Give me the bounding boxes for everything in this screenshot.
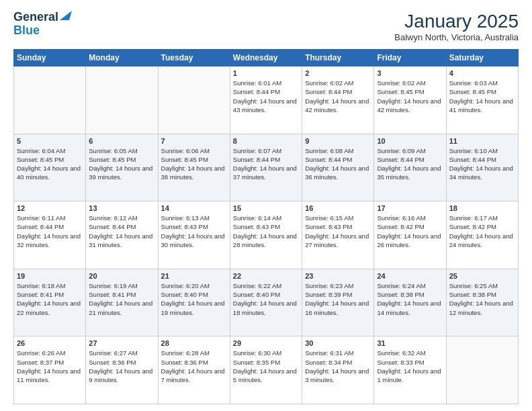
day-info: Sunrise: 6:18 AMSunset: 8:41 PMDaylight:… [17,281,83,317]
sunset-time: Sunset: 8:35 PM [233,358,299,367]
daylight-hours: Daylight: 14 hours and 3 minutes. [305,367,371,385]
page: General Blue January 2025 Balwyn North, … [0,0,532,411]
sunrise-time: Sunrise: 6:15 AM [305,214,371,222]
sunset-time: Sunset: 8:42 PM [449,222,515,231]
day-info: Sunrise: 6:23 AMSunset: 8:39 PMDaylight:… [305,281,371,317]
day-info: Sunrise: 6:24 AMSunset: 8:38 PMDaylight:… [377,281,443,317]
day-number: 15 [233,204,299,212]
table-row: 20Sunrise: 6:19 AMSunset: 8:41 PMDayligh… [86,269,158,336]
table-row [14,66,86,134]
sunrise-time: Sunrise: 6:19 AM [89,281,154,290]
daylight-hours: Daylight: 14 hours and 32 minutes. [17,232,83,250]
svg-marker-0 [60,11,72,20]
day-number: 3 [377,69,443,77]
day-number: 14 [161,204,227,212]
daylight-hours: Daylight: 14 hours and 34 minutes. [449,164,515,182]
table-row: 4Sunrise: 6:03 AMSunset: 8:45 PMDaylight… [446,66,518,134]
logo-blue: Blue [13,24,40,38]
daylight-hours: Daylight: 14 hours and 31 minutes. [89,232,154,250]
sunset-time: Sunset: 8:44 PM [89,222,154,231]
day-info: Sunrise: 6:20 AMSunset: 8:40 PMDaylight:… [161,281,227,317]
day-number: 20 [89,272,154,280]
sunrise-time: Sunrise: 6:01 AM [233,79,299,87]
sunrise-time: Sunrise: 6:11 AM [17,214,83,222]
sunrise-time: Sunrise: 6:03 AM [449,79,515,87]
table-row: 16Sunrise: 6:15 AMSunset: 8:43 PMDayligh… [302,201,374,269]
day-info: Sunrise: 6:11 AMSunset: 8:44 PMDaylight:… [17,214,83,249]
table-row: 8Sunrise: 6:07 AMSunset: 8:44 PMDaylight… [230,134,302,201]
daylight-hours: Daylight: 14 hours and 9 minutes. [89,367,154,385]
sunrise-time: Sunrise: 6:26 AM [17,349,83,357]
day-number: 13 [89,204,154,212]
daylight-hours: Daylight: 14 hours and 22 minutes. [17,299,83,317]
table-row: 31Sunrise: 6:32 AMSunset: 8:33 PMDayligh… [374,336,446,404]
day-number: 2 [305,69,371,77]
sunrise-time: Sunrise: 6:31 AM [305,349,371,357]
main-title: January 2025 [394,11,519,32]
sunset-time: Sunset: 8:44 PM [377,155,443,164]
day-number: 10 [377,137,443,145]
day-number: 28 [161,339,227,347]
daylight-hours: Daylight: 14 hours and 39 minutes. [89,164,154,182]
sunset-time: Sunset: 8:41 PM [89,290,154,299]
sunset-time: Sunset: 8:39 PM [305,290,371,299]
day-info: Sunrise: 6:32 AMSunset: 8:33 PMDaylight:… [377,349,443,384]
day-info: Sunrise: 6:15 AMSunset: 8:43 PMDaylight:… [305,214,371,249]
daylight-hours: Daylight: 14 hours and 38 minutes. [161,164,227,182]
calendar-table: Sunday Monday Tuesday Wednesday Thursday… [13,49,519,404]
sunrise-time: Sunrise: 6:05 AM [89,146,154,155]
day-number: 16 [305,204,371,212]
calendar-week-row: 19Sunrise: 6:18 AMSunset: 8:41 PMDayligh… [14,269,519,336]
sunset-time: Sunset: 8:42 PM [377,222,443,231]
daylight-hours: Daylight: 14 hours and 14 minutes. [377,299,443,317]
sunrise-time: Sunrise: 6:08 AM [305,146,371,155]
sunset-time: Sunset: 8:45 PM [161,155,227,164]
day-number: 17 [377,204,443,212]
day-number: 26 [17,339,83,347]
table-row: 9Sunrise: 6:08 AMSunset: 8:44 PMDaylight… [302,134,374,201]
sunrise-time: Sunrise: 6:18 AM [17,281,83,290]
day-info: Sunrise: 6:17 AMSunset: 8:42 PMDaylight:… [449,214,515,249]
table-row: 26Sunrise: 6:26 AMSunset: 8:37 PMDayligh… [14,336,86,404]
daylight-hours: Daylight: 14 hours and 21 minutes. [89,299,154,317]
day-info: Sunrise: 6:02 AMSunset: 8:44 PMDaylight:… [305,79,371,114]
table-row: 2Sunrise: 6:02 AMSunset: 8:44 PMDaylight… [302,66,374,134]
day-number: 12 [17,204,83,212]
table-row: 25Sunrise: 6:25 AMSunset: 8:38 PMDayligh… [446,269,518,336]
day-number: 11 [449,137,515,145]
table-row: 6Sunrise: 6:05 AMSunset: 8:45 PMDaylight… [86,134,158,201]
sunrise-time: Sunrise: 6:17 AM [449,214,515,222]
day-number: 6 [89,137,154,145]
sunrise-time: Sunrise: 6:14 AM [233,214,299,222]
day-number: 31 [377,339,443,347]
day-number: 25 [449,272,515,280]
day-info: Sunrise: 6:12 AMSunset: 8:44 PMDaylight:… [89,214,154,249]
daylight-hours: Daylight: 14 hours and 37 minutes. [233,164,299,182]
sunrise-time: Sunrise: 6:13 AM [161,214,227,222]
sunset-time: Sunset: 8:45 PM [17,155,83,164]
day-number: 9 [305,137,371,145]
sunset-time: Sunset: 8:40 PM [233,290,299,299]
sunset-time: Sunset: 8:44 PM [233,155,299,164]
sunrise-time: Sunrise: 6:02 AM [305,79,371,87]
sunrise-time: Sunrise: 6:02 AM [377,79,443,87]
day-info: Sunrise: 6:05 AMSunset: 8:45 PMDaylight:… [89,146,154,182]
day-number: 30 [305,339,371,347]
table-row: 14Sunrise: 6:13 AMSunset: 8:43 PMDayligh… [158,201,230,269]
daylight-hours: Daylight: 14 hours and 27 minutes. [305,232,371,250]
calendar-week-row: 26Sunrise: 6:26 AMSunset: 8:37 PMDayligh… [14,336,519,404]
day-info: Sunrise: 6:03 AMSunset: 8:45 PMDaylight:… [449,79,515,114]
day-info: Sunrise: 6:31 AMSunset: 8:34 PMDaylight:… [305,349,371,384]
daylight-hours: Daylight: 14 hours and 41 minutes. [449,97,515,115]
logo-general: General [13,11,58,24]
sunset-time: Sunset: 8:44 PM [305,87,371,96]
header: General Blue January 2025 Balwyn North, … [13,11,519,42]
table-row: 1Sunrise: 6:01 AMSunset: 8:44 PMDaylight… [230,66,302,134]
sunset-time: Sunset: 8:40 PM [161,290,227,299]
day-info: Sunrise: 6:28 AMSunset: 8:36 PMDaylight:… [161,349,227,384]
sunrise-time: Sunrise: 6:24 AM [377,281,443,290]
daylight-hours: Daylight: 14 hours and 1 minute. [377,367,443,385]
daylight-hours: Daylight: 14 hours and 42 minutes. [377,97,443,115]
table-row: 3Sunrise: 6:02 AMSunset: 8:45 PMDaylight… [374,66,446,134]
sunrise-time: Sunrise: 6:28 AM [161,349,227,357]
